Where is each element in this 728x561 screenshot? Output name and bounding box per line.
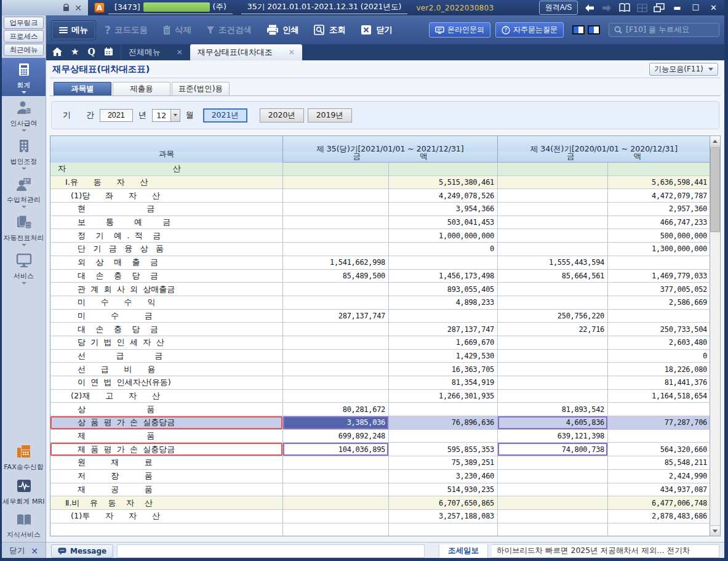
amount-cur-detail[interactable] (283, 189, 389, 203)
view-tab-1[interactable]: 제출용 (113, 82, 170, 95)
scroll-up-icon[interactable] (710, 136, 720, 147)
calendar-icon[interactable] (104, 47, 113, 56)
amount-cur-total[interactable]: 6,707,650,865 (389, 496, 498, 510)
table-row[interactable]: 미 수 수 익4,898,2332,586,669 (50, 296, 710, 310)
amount-prev-total[interactable]: 1,469,779,033 (608, 270, 710, 283)
account-cell[interactable]: 원 재 료 (50, 456, 283, 470)
amount-prev-total[interactable]: 1,300,000,000 (608, 243, 710, 256)
account-cell[interactable]: 단 기 금 융 상 품 (50, 243, 283, 256)
amount-cur-detail[interactable] (283, 456, 389, 470)
amount-cur-detail[interactable] (283, 363, 389, 376)
amount-cur-total[interactable]: 4,898,233 (389, 296, 498, 310)
amount-cur-total[interactable]: 75,389,251 (389, 456, 498, 470)
sidebar-item-0[interactable]: 회계 (2, 58, 46, 96)
amount-prev-total[interactable]: 2,586,669 (608, 296, 710, 310)
close-screen-button[interactable]: 닫기 (354, 21, 399, 39)
account-cell[interactable]: 관 계 회 사 외 상매출금 (50, 283, 283, 296)
amount-prev-total[interactable]: 434,937,087 (608, 483, 710, 497)
amount-cur-total[interactable]: 16,363,705 (389, 363, 498, 376)
lock-icon[interactable] (63, 4, 70, 12)
table-row[interactable]: (1)투 자 자 산3,257,188,0832,878,483,686 (50, 510, 710, 523)
amount-prev-detail[interactable]: 22,716 (498, 323, 608, 336)
account-cell[interactable]: (1)당 좌 자 산 (50, 189, 283, 203)
account-cell[interactable]: 외 상 매 출 금 (50, 256, 283, 270)
sidebar-item-4[interactable]: 자동전표처리 (2, 211, 46, 249)
amount-cur-detail[interactable]: 287,137,747 (283, 310, 389, 323)
back-icon[interactable] (584, 4, 595, 12)
sidebar-bottom-item-0[interactable]: FAX송수신함 (2, 440, 46, 474)
amount-prev-total[interactable]: 500,000,000 (608, 229, 710, 243)
table-row[interactable]: 이 연 법 인세자산(유동)81,354,91981,441,376 (50, 376, 710, 390)
amount-prev-total[interactable]: 2,878,483,686 (608, 510, 710, 523)
table-row[interactable]: 보 통 예 금503,041,453466,747,233 (50, 216, 710, 230)
message-field[interactable] (117, 544, 425, 558)
table-row[interactable]: (2)재 고 자 산1,266,301,9351,164,518,654 (50, 390, 710, 403)
sidebar-bottom-item-2[interactable]: 지식서비스 (2, 509, 46, 542)
amount-cur-detail[interactable] (283, 336, 389, 350)
amount-prev-detail[interactable] (498, 510, 608, 523)
account-cell[interactable]: 미 수 수 익 (50, 296, 283, 310)
amount-prev-total[interactable]: 2,957,360 (608, 203, 710, 216)
table-row[interactable]: 정 기 예 . 적 금1,000,000,000500,000,000 (50, 229, 710, 243)
table-row[interactable]: 재 공 품514,930,235434,937,087 (50, 483, 710, 497)
account-cell[interactable]: 저 장 품 (50, 470, 283, 483)
amount-cur-detail[interactable] (283, 483, 389, 497)
function-group-button[interactable]: 기능모음(F11) (649, 63, 718, 76)
amount-prev-total[interactable]: 85,548,211 (608, 456, 710, 470)
table-row[interactable]: 제 품 평 가 손 실충당금104,036,895595,855,35374,8… (50, 443, 710, 456)
scroll-down-icon[interactable] (710, 525, 720, 536)
account-cell[interactable]: 미 수 금 (50, 310, 283, 323)
amount-cur-total[interactable] (389, 523, 498, 536)
account-cell[interactable]: (2)재 고 자 산 (50, 390, 283, 403)
amount-prev-total[interactable]: 2,603,480 (608, 336, 710, 350)
tab-all-menu-close-icon[interactable]: ✕ (177, 48, 183, 57)
amount-cur-detail[interactable] (283, 203, 389, 216)
amount-prev-total[interactable] (608, 163, 710, 176)
amount-prev-detail[interactable]: 639,121,398 (498, 430, 608, 443)
amount-cur-detail[interactable]: 699,892,248 (283, 430, 389, 443)
amount-cur-total[interactable]: 4,249,078,526 (389, 189, 498, 203)
amount-prev-total[interactable] (608, 523, 710, 536)
table-row[interactable]: 원 재 료75,389,25185,548,211 (50, 456, 710, 470)
amount-cur-detail[interactable] (283, 163, 389, 176)
table-row[interactable]: 상 품 평 가 손 실충당금3,385,03676,896,6364,605,8… (50, 416, 710, 430)
amount-prev-detail[interactable] (498, 523, 608, 536)
amount-prev-detail[interactable]: 1,555,443,594 (498, 256, 608, 270)
account-cell[interactable]: 이 연 법 인세자산(유동) (50, 376, 283, 390)
amount-prev-detail[interactable] (498, 176, 608, 190)
home-icon[interactable] (52, 47, 62, 56)
amount-cur-detail[interactable] (283, 510, 389, 523)
amount-prev-detail[interactable] (498, 163, 608, 176)
amount-cur-total[interactable]: 595,855,353 (389, 443, 498, 456)
amount-cur-total[interactable]: 287,137,747 (389, 323, 498, 336)
online-inquiry-button[interactable]: 온라인문의 (429, 22, 490, 38)
amount-cur-detail[interactable]: 104,036,895 (283, 443, 389, 456)
amount-cur-total[interactable]: 1,000,000,000 (389, 229, 498, 243)
amount-cur-detail[interactable]: 3,385,036 (283, 416, 389, 430)
amount-prev-total[interactable] (608, 403, 710, 416)
year-button-2020년[interactable]: 2020년 (260, 108, 304, 123)
scrollbar-thumb[interactable] (710, 147, 720, 232)
dock-close-icon[interactable]: ✕ (74, 4, 82, 12)
print-button[interactable]: 인쇄 (260, 21, 305, 39)
amount-cur-total[interactable]: 1,266,301,935 (389, 390, 498, 403)
amount-cur-total[interactable] (389, 430, 498, 443)
view-tab-0[interactable]: 과목별 (54, 82, 111, 95)
table-row[interactable]: 선 급 비 용16,363,70518,226,080 (50, 363, 710, 376)
amount-prev-detail[interactable] (498, 363, 608, 376)
sidebar-close-button[interactable]: 닫기 ✕ (2, 542, 46, 559)
close-window-icon[interactable]: ✕ (708, 3, 719, 12)
amount-cur-detail[interactable] (283, 350, 389, 363)
table-row[interactable]: 외 상 매 출 금1,541,662,9981,555,443,594 (50, 256, 710, 270)
condition-search-button[interactable]: 조건검색 (200, 21, 258, 39)
account-cell[interactable]: Ⅰ.유 동 자 산 (50, 176, 283, 190)
amount-prev-detail[interactable]: 4,605,836 (498, 416, 608, 430)
maximize-icon[interactable]: ☐ (689, 3, 702, 12)
view-tab-2[interactable]: 표준(법인)용 (172, 82, 230, 95)
table-row[interactable]: 자 산 (50, 163, 710, 176)
amount-prev-total[interactable] (608, 310, 710, 323)
amount-prev-total[interactable]: 377,005,052 (608, 283, 710, 296)
amount-cur-total[interactable]: 3,954,366 (389, 203, 498, 216)
amount-cur-total[interactable]: 3,230,460 (389, 470, 498, 483)
sidebar-item-3[interactable]: 수입처관리 (2, 172, 46, 211)
